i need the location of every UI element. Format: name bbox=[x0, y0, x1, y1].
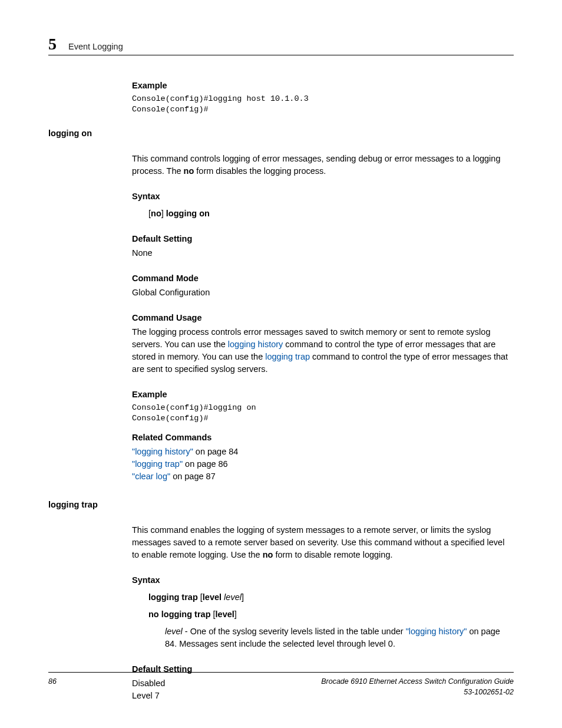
link-logging-trap[interactable]: logging trap bbox=[265, 352, 310, 361]
doc-number: 53-1002651-02 bbox=[321, 687, 514, 697]
syntax-line: no logging trap [level] bbox=[148, 608, 514, 621]
link-logging-history[interactable]: logging history bbox=[228, 340, 283, 349]
syntax-block: Syntax [no] logging on bbox=[132, 190, 514, 220]
syntax-description: level - One of the syslog severity level… bbox=[165, 625, 514, 650]
example-heading: Example bbox=[132, 80, 514, 92]
related-commands-block: Related Commands "logging history" on pa… bbox=[132, 431, 514, 483]
chapter-title: Event Logging bbox=[68, 41, 123, 53]
command-heading-logging-on: logging on bbox=[48, 127, 514, 140]
example-code: Console(config)#logging host 10.1.0.3 Co… bbox=[132, 94, 514, 114]
syntax-heading: Syntax bbox=[132, 574, 514, 587]
link-logging-history[interactable]: "logging history" bbox=[132, 447, 193, 456]
usage-heading: Command Usage bbox=[132, 312, 514, 324]
no-keyword: no bbox=[151, 209, 161, 218]
page-content: Example Console(config)#logging host 10.… bbox=[48, 80, 514, 702]
example-block: Example Console(config)#logging on Conso… bbox=[132, 388, 514, 423]
command-text: logging on bbox=[166, 209, 210, 218]
example-block: Example Console(config)#logging host 10.… bbox=[132, 80, 514, 114]
doc-title: Brocade 6910 Ethernet Access Switch Conf… bbox=[321, 676, 514, 687]
usage-text: The logging process controls error messa… bbox=[132, 326, 514, 375]
bracket: ] bbox=[161, 209, 166, 218]
default-value: None bbox=[132, 247, 514, 259]
footer-right: Brocade 6910 Ethernet Access Switch Conf… bbox=[321, 676, 514, 697]
related-item: "logging history" on page 84 bbox=[132, 446, 514, 458]
default-setting-block: Default Setting None bbox=[132, 233, 514, 259]
link-clear-log[interactable]: "clear log" bbox=[132, 472, 170, 481]
mode-value: Global Configuration bbox=[132, 286, 514, 299]
page-header: 5 Event Logging bbox=[48, 32, 123, 57]
example-code: Console(config)#logging on Console(confi… bbox=[132, 403, 514, 423]
chapter-number: 5 bbox=[48, 32, 57, 57]
page-number: 86 bbox=[48, 676, 57, 687]
link-logging-history[interactable]: "logging history" bbox=[406, 627, 467, 636]
logging-trap-intro: This command enables the logging of syst… bbox=[132, 524, 514, 561]
command-usage-block: Command Usage The logging process contro… bbox=[132, 312, 514, 375]
page-footer: 86 Brocade 6910 Ethernet Access Switch C… bbox=[48, 672, 514, 697]
syntax-line: [no] logging on bbox=[148, 207, 514, 220]
syntax-line: logging trap [level level] bbox=[148, 591, 514, 604]
syntax-block: Syntax logging trap [level level] no log… bbox=[132, 574, 514, 650]
related-item: "logging trap" on page 86 bbox=[132, 458, 514, 470]
no-keyword: no bbox=[263, 550, 273, 559]
related-item: "clear log" on page 87 bbox=[132, 470, 514, 483]
intro-text: form disables the logging process. bbox=[194, 166, 326, 176]
syntax-heading: Syntax bbox=[132, 190, 514, 203]
related-heading: Related Commands bbox=[132, 431, 514, 444]
mode-heading: Command Mode bbox=[132, 272, 514, 285]
command-heading-logging-trap: logging trap bbox=[48, 499, 514, 511]
command-mode-block: Command Mode Global Configuration bbox=[132, 272, 514, 299]
header-rule bbox=[48, 55, 514, 55]
example-heading: Example bbox=[132, 388, 514, 401]
default-heading: Default Setting bbox=[132, 233, 514, 245]
link-logging-trap[interactable]: "logging trap" bbox=[132, 459, 183, 469]
logging-on-intro: This command controls logging of error m… bbox=[132, 153, 514, 177]
no-keyword: no bbox=[184, 166, 194, 176]
